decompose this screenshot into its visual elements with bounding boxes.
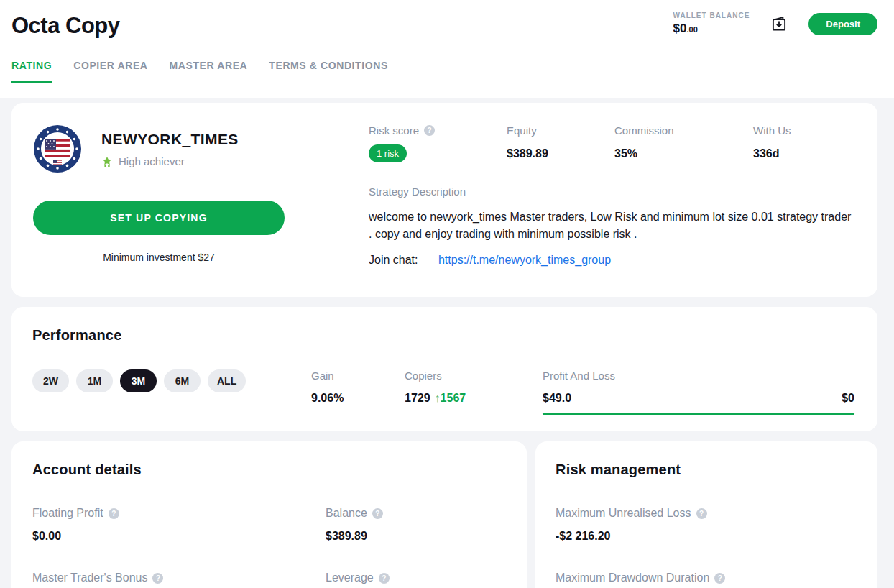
tab-copier-area[interactable]: COPIER AREA [73, 60, 147, 83]
detail-balance: Balance ? $389.89 [326, 507, 505, 543]
detail-leverage: Leverage ? [326, 571, 505, 588]
period-2w[interactable]: 2W [32, 369, 69, 392]
up-arrow-icon: ↑ [435, 392, 441, 404]
strategy-description-text: welcome to newyork_times Master traders,… [369, 208, 856, 243]
stat-risk-score: Risk score ? 1 risk [369, 124, 507, 162]
stat-with-us: With Us 336d [753, 124, 791, 162]
tab-terms-conditions[interactable]: TERMS & CONDITIONS [269, 60, 388, 83]
risk-management-card: Risk management Maximum Unrealised Loss … [535, 441, 877, 588]
trader-card: NEWYORK_TIMES High achiever SET UP COPYI… [11, 103, 877, 297]
risk-score-badge: 1 risk [369, 144, 407, 162]
join-chat-link[interactable]: https://t.me/newyork_times_group [438, 254, 611, 266]
period-1m[interactable]: 1M [76, 369, 113, 392]
main-tabs: RATING COPIER AREA MASTER AREA TERMS & C… [11, 60, 877, 83]
trader-stats-row: Risk score ? 1 risk Equity $389.89 Commi… [369, 124, 856, 162]
trader-name: NEWYORK_TIMES [101, 131, 239, 148]
performance-title: Performance [32, 327, 854, 344]
period-3m[interactable]: 3M [120, 369, 157, 392]
period-all[interactable]: ALL [208, 369, 246, 392]
wallet-balance-amount: $0.00 [673, 22, 750, 36]
high-achiever-icon [101, 156, 113, 167]
detail-floating-profit: Floating Profit ? $0.00 [32, 507, 326, 543]
trader-identity: NEWYORK_TIMES High achiever [101, 124, 239, 167]
trader-avatar [33, 124, 82, 173]
stat-commission: Commission 35% [614, 124, 753, 162]
wallet-deposit-icon[interactable] [770, 14, 788, 33]
stat-profit-and-loss: Profit And Loss $49.0 $0 [543, 369, 854, 415]
copiers-delta: 1567 [441, 392, 466, 404]
tab-rating[interactable]: RATING [11, 60, 52, 83]
account-details-card: Account details Floating Profit ? $0.00 … [11, 441, 527, 588]
join-chat-label: Join chat: [369, 254, 418, 266]
stat-gain: Gain 9.06% [311, 369, 405, 405]
deposit-button[interactable]: Deposit [808, 13, 877, 35]
pnl-right-value: $0 [842, 392, 854, 405]
header-right: WALLET BALANCE $0.00 Deposit [673, 12, 877, 36]
period-filter: 2W 1M 3M 6M ALL [32, 369, 311, 392]
help-icon[interactable]: ? [152, 573, 163, 584]
trader-details: Risk score ? 1 risk Equity $389.89 Commi… [369, 124, 856, 275]
help-icon[interactable]: ? [109, 508, 119, 519]
help-icon[interactable]: ? [379, 573, 390, 584]
pnl-left-value: $49.0 [543, 392, 571, 405]
set-up-copying-button[interactable]: SET UP COPYING [33, 201, 285, 235]
detail-max-unrealised-loss: Maximum Unrealised Loss ? -$2 216.20 [556, 507, 856, 543]
page-content: NEWYORK_TIMES High achiever SET UP COPYI… [0, 98, 894, 588]
help-icon[interactable]: ? [372, 508, 383, 519]
performance-card: Performance 2W 1M 3M 6M ALL Gain 9.06% C… [11, 307, 877, 431]
high-achiever-label: High achiever [119, 155, 185, 167]
help-icon[interactable]: ? [424, 125, 435, 136]
help-icon[interactable]: ? [696, 508, 707, 519]
trader-summary: NEWYORK_TIMES High achiever SET UP COPYI… [33, 124, 285, 275]
wallet-balance: WALLET BALANCE $0.00 [673, 12, 750, 36]
help-icon[interactable]: ? [714, 573, 725, 584]
pnl-progress-bar [543, 413, 854, 415]
stat-copiers: Copiers 1729↑1567 [405, 369, 543, 405]
account-details-title: Account details [32, 461, 505, 478]
strategy-description-label: Strategy Description [369, 185, 856, 198]
period-6m[interactable]: 6M [164, 369, 201, 392]
detail-max-drawdown-duration: Maximum Drawdown Duration ? [556, 571, 856, 588]
detail-master-traders-bonus: Master Trader's Bonus ? [32, 571, 326, 588]
wallet-balance-label: WALLET BALANCE [673, 12, 750, 19]
tab-master-area[interactable]: MASTER AREA [170, 60, 248, 83]
minimum-investment: Minimum investment $27 [33, 252, 285, 263]
stat-equity: Equity $389.89 [507, 124, 614, 162]
risk-management-title: Risk management [556, 461, 856, 478]
join-chat-row: Join chat: https://t.me/newyork_times_gr… [369, 254, 856, 267]
app-header: Octa Copy RATING COPIER AREA MASTER AREA… [0, 0, 894, 98]
